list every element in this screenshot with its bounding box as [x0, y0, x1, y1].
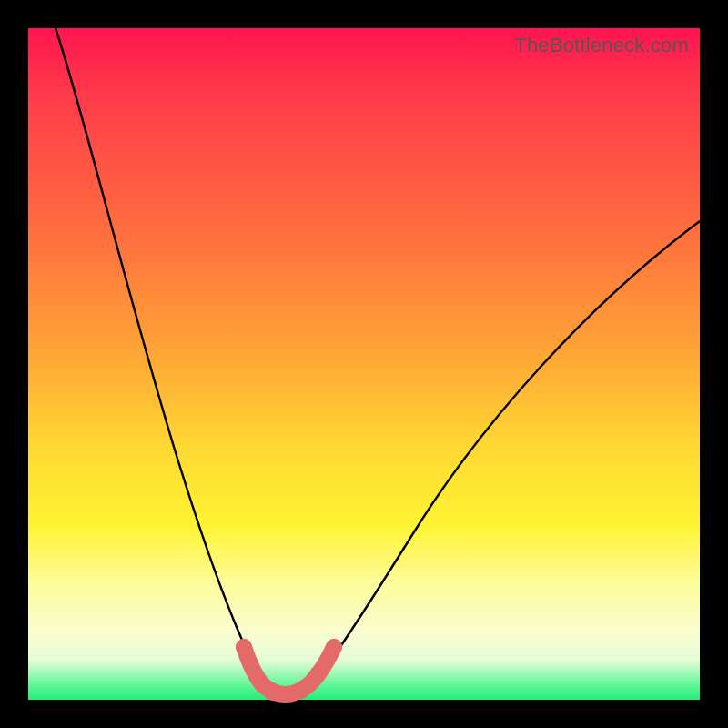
bottleneck-curve	[56, 28, 700, 694]
trough-dot	[248, 668, 265, 684]
trough-dot	[236, 639, 252, 655]
trough-dot	[278, 686, 295, 703]
trough-dot	[309, 666, 326, 682]
trough-dot	[293, 682, 309, 699]
curve-layer	[28, 28, 700, 700]
plot-area: TheBottleneck.com	[28, 28, 700, 700]
trough-dot	[326, 639, 342, 655]
chart-frame: TheBottleneck.com	[0, 0, 728, 728]
trough-dot	[264, 684, 280, 701]
